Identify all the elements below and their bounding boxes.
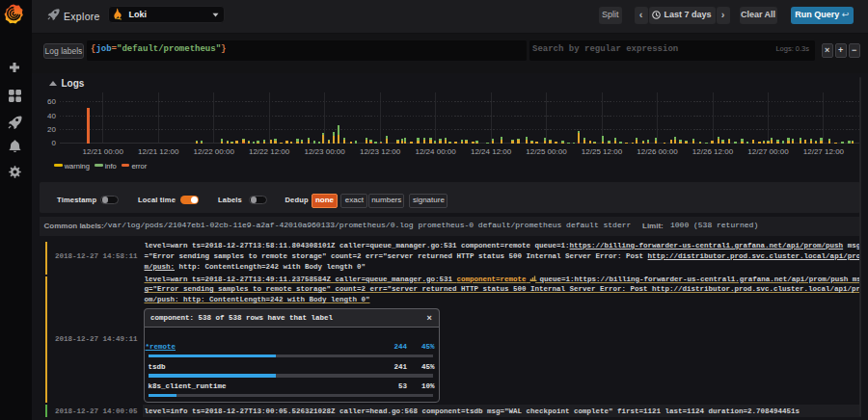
svg-text:12/22 12:00: 12/22 12:00: [249, 147, 290, 156]
svg-text:12/26 00:00: 12/26 00:00: [637, 147, 678, 156]
svg-text:12/22 00:00: 12/22 00:00: [194, 147, 235, 156]
svg-text:12/26 12:00: 12/26 12:00: [692, 147, 734, 156]
svg-text:20: 20: [47, 125, 56, 134]
svg-text:12/27 00:00: 12/27 00:00: [747, 147, 789, 156]
svg-text:12/24 12:00: 12/24 12:00: [471, 147, 512, 156]
svg-text:12/23 12:00: 12/23 12:00: [360, 147, 401, 156]
svg-text:60: 60: [47, 97, 56, 106]
svg-text:12/25 12:00: 12/25 12:00: [582, 147, 623, 156]
svg-text:40: 40: [47, 112, 56, 120]
svg-text:12/23 00:00: 12/23 00:00: [304, 147, 345, 156]
svg-text:12/24 00:00: 12/24 00:00: [415, 147, 456, 156]
svg-text:12/21 00:00: 12/21 00:00: [83, 147, 124, 156]
svg-text:12/27 12:00: 12/27 12:00: [803, 147, 845, 156]
svg-text:0: 0: [52, 139, 57, 147]
svg-text:12/25 00:00: 12/25 00:00: [526, 147, 567, 156]
svg-text:12/21 12:00: 12/21 12:00: [138, 147, 179, 156]
